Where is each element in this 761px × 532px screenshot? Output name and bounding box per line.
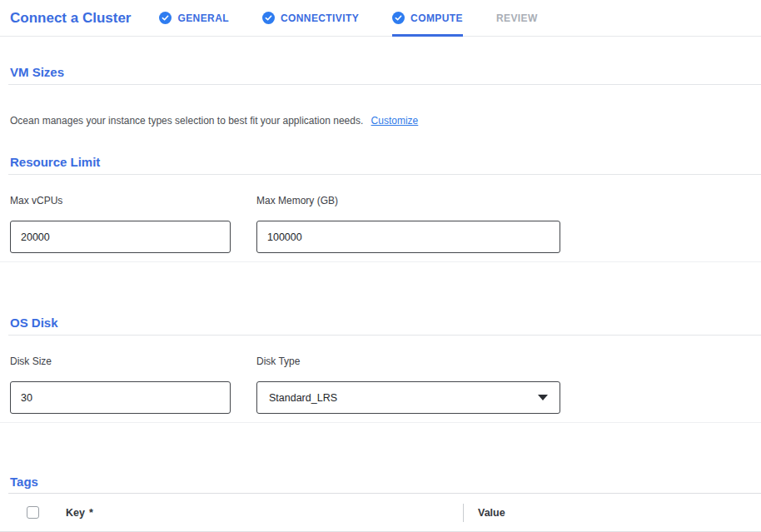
key-column-label: Key: [66, 507, 85, 519]
resource-limit-heading: Resource Limit: [10, 155, 761, 169]
vm-sizes-description-row: Ocean manages your instance types select…: [10, 115, 751, 127]
tab-label: CONNECTIVITY: [281, 12, 359, 24]
divider: [0, 261, 761, 262]
disk-type-label: Disk Type: [256, 355, 560, 367]
caret-down-icon: [538, 395, 548, 400]
disk-type-selected-value: Standard_LRS: [269, 392, 337, 404]
check-circle-icon: [392, 12, 405, 24]
disk-type-field-group: Disk Type Standard_LRS: [256, 355, 560, 414]
disk-type-select[interactable]: Standard_LRS: [256, 381, 560, 414]
divider: [8, 174, 761, 175]
disk-size-field-group: Disk Size: [10, 355, 231, 414]
select-all-checkbox[interactable]: [27, 506, 39, 519]
required-marker: *: [89, 507, 93, 519]
tab-label: COMPUTE: [410, 12, 463, 24]
tab-compute[interactable]: COMPUTE: [392, 0, 463, 36]
tags-table-header-row: Key* Value: [0, 494, 761, 532]
check-circle-icon: [159, 12, 172, 24]
max-memory-label: Max Memory (GB): [256, 195, 560, 206]
tab-review[interactable]: REVIEW: [496, 0, 538, 36]
divider: [8, 84, 761, 85]
max-vcpus-input[interactable]: [10, 221, 231, 253]
tab-label: REVIEW: [496, 12, 538, 24]
tags-key-column-header: Key*: [66, 507, 463, 519]
tags-heading: Tags: [10, 475, 761, 489]
vm-sizes-description: Ocean manages your instance types select…: [10, 115, 363, 127]
divider: [0, 422, 761, 423]
tags-value-column-header: Value: [478, 507, 505, 519]
tab-label: GENERAL: [177, 12, 228, 24]
max-memory-field-group: Max Memory (GB): [256, 195, 560, 253]
check-circle-icon: [262, 12, 275, 24]
max-vcpus-label: Max vCPUs: [10, 195, 231, 206]
max-memory-input[interactable]: [256, 221, 560, 253]
os-disk-fields: Disk Size Disk Type Standard_LRS: [10, 355, 751, 414]
wizard-tabs: GENERAL CONNECTIVITY COMPUTE REVIEW: [159, 0, 570, 36]
wizard-header: Connect a Cluster GENERAL CONNECTIVITY C…: [0, 0, 761, 37]
column-divider: [463, 504, 464, 522]
os-disk-heading: OS Disk: [10, 316, 761, 330]
max-vcpus-field-group: Max vCPUs: [10, 195, 231, 253]
disk-size-label: Disk Size: [10, 355, 231, 367]
tab-connectivity[interactable]: CONNECTIVITY: [262, 0, 359, 36]
page-title: Connect a Cluster: [10, 10, 131, 27]
resource-limit-fields: Max vCPUs Max Memory (GB): [10, 195, 751, 253]
tab-general[interactable]: GENERAL: [159, 0, 228, 36]
vm-sizes-heading: VM Sizes: [10, 65, 761, 79]
disk-size-input[interactable]: [10, 381, 231, 414]
divider: [8, 335, 761, 336]
customize-link[interactable]: Customize: [371, 115, 419, 127]
